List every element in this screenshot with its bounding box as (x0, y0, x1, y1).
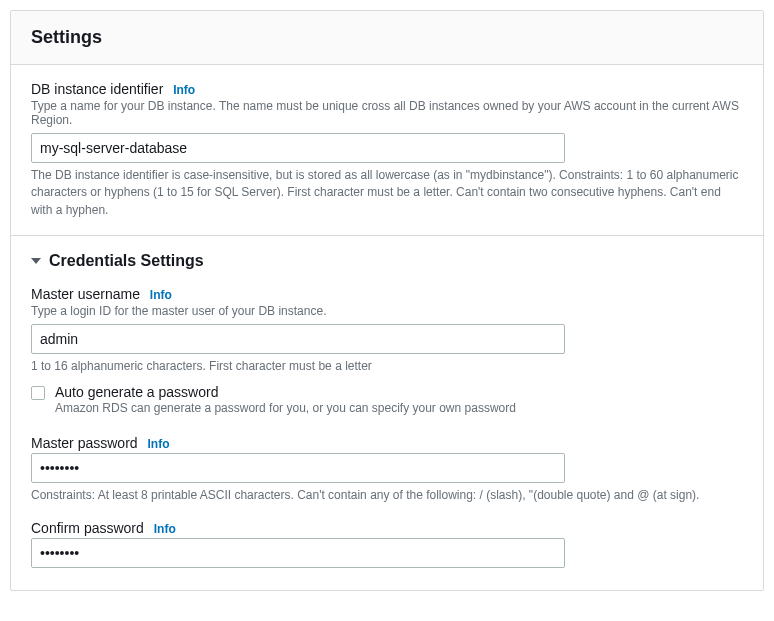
db-identifier-label-row: DB instance identifier Info (31, 81, 743, 97)
auto-generate-description: Amazon RDS can generate a password for y… (55, 401, 743, 415)
master-password-constraint: Constraints: At least 8 printable ASCII … (31, 487, 743, 504)
db-identifier-description: Type a name for your DB instance. The na… (31, 99, 743, 127)
section-divider (11, 235, 763, 236)
master-username-constraint: 1 to 16 alphanumeric characters. First c… (31, 358, 743, 375)
master-username-description: Type a login ID for the master user of y… (31, 304, 743, 318)
master-password-group: Master password Info Constraints: At lea… (31, 435, 743, 504)
auto-generate-checkbox[interactable] (31, 386, 45, 400)
credentials-section-title: Credentials Settings (49, 252, 204, 270)
settings-panel: Settings DB instance identifier Info Typ… (10, 10, 764, 591)
db-identifier-group: DB instance identifier Info Type a name … (31, 81, 743, 219)
master-password-label-row: Master password Info (31, 435, 743, 451)
auto-generate-label[interactable]: Auto generate a password (55, 384, 743, 400)
db-identifier-input[interactable] (31, 133, 565, 163)
db-identifier-info-link[interactable]: Info (173, 83, 195, 97)
confirm-password-input[interactable] (31, 538, 565, 568)
panel-header: Settings (11, 11, 763, 65)
master-password-input[interactable] (31, 453, 565, 483)
confirm-password-group: Confirm password Info (31, 520, 743, 568)
master-password-info-link[interactable]: Info (147, 437, 169, 451)
db-identifier-constraint: The DB instance identifier is case-insen… (31, 167, 743, 219)
caret-down-icon (31, 258, 41, 264)
confirm-password-label: Confirm password (31, 520, 144, 536)
auto-generate-content: Auto generate a password Amazon RDS can … (55, 384, 743, 415)
master-username-label-row: Master username Info (31, 286, 743, 302)
confirm-password-label-row: Confirm password Info (31, 520, 743, 536)
panel-body: DB instance identifier Info Type a name … (11, 65, 763, 590)
master-username-input[interactable] (31, 324, 565, 354)
master-username-group: Master username Info Type a login ID for… (31, 286, 743, 414)
auto-generate-row: Auto generate a password Amazon RDS can … (31, 384, 743, 415)
master-username-label: Master username (31, 286, 140, 302)
master-username-info-link[interactable]: Info (150, 288, 172, 302)
db-identifier-label: DB instance identifier (31, 81, 163, 97)
credentials-toggle[interactable]: Credentials Settings (31, 252, 743, 270)
master-password-label: Master password (31, 435, 138, 451)
confirm-password-info-link[interactable]: Info (154, 522, 176, 536)
panel-title: Settings (31, 27, 743, 48)
